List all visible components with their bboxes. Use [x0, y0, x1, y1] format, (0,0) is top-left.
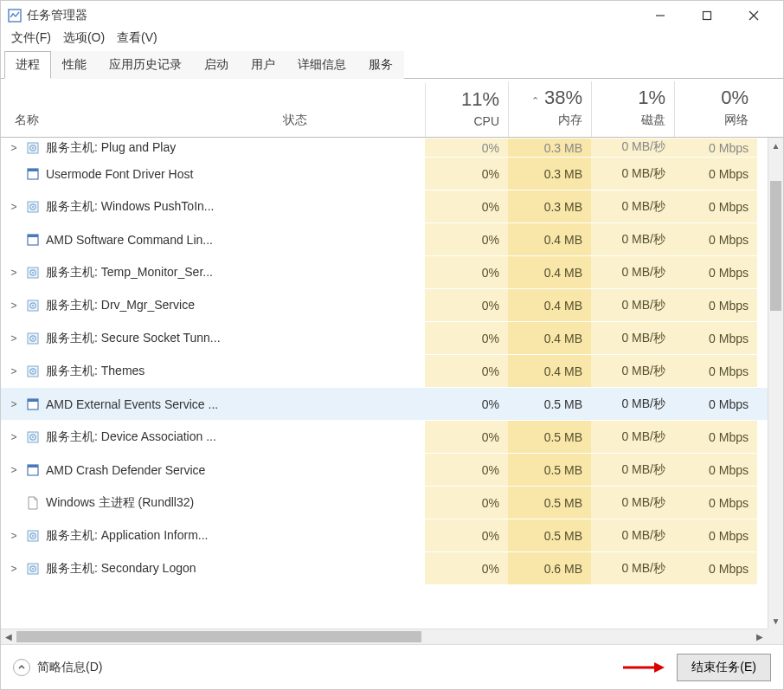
- gear-icon: [25, 429, 41, 445]
- tab-users[interactable]: 用户: [240, 51, 286, 79]
- process-name-cell: AMD Software Command Lin...: [1, 232, 276, 248]
- process-cpu: 0%: [425, 139, 508, 157]
- menu-options[interactable]: 选项(O): [63, 30, 105, 46]
- svg-point-23: [32, 338, 34, 339]
- vertical-scrollbar[interactable]: ▲ ▼: [768, 138, 783, 629]
- expand-toggle[interactable]: >: [8, 464, 20, 476]
- process-cpu: 0%: [425, 322, 508, 354]
- tab-details[interactable]: 详细信息: [286, 51, 357, 79]
- process-row[interactable]: >服务主机: Windows PushToIn...0%0.3 MB0 MB/秒…: [1, 190, 783, 222]
- process-name-cell: Windows 主进程 (Rundll32): [1, 495, 276, 511]
- tab-startup[interactable]: 启动: [193, 51, 240, 79]
- process-net: 0 Mbps: [674, 388, 757, 420]
- process-row[interactable]: >服务主机: Application Inform...0%0.5 MB0 MB…: [1, 519, 783, 551]
- tab-services[interactable]: 服务: [357, 51, 404, 79]
- expand-toggle[interactable]: >: [8, 398, 20, 410]
- process-mem: 0.6 MB: [508, 552, 591, 584]
- menu-file[interactable]: 文件(F): [11, 30, 51, 46]
- process-disk: 0 MB/秒: [591, 190, 674, 222]
- process-mem: 0.5 MB: [508, 421, 591, 453]
- process-name-cell: >服务主机: Themes: [1, 364, 276, 379]
- tab-processes[interactable]: 进程: [4, 51, 51, 79]
- process-name-cell: >服务主机: Device Association ...: [1, 429, 276, 445]
- process-mem: 0.4 MB: [508, 256, 591, 288]
- expand-toggle[interactable]: >: [8, 267, 20, 279]
- column-name-label: 名称: [15, 113, 39, 126]
- end-task-button[interactable]: 结束任务(E): [677, 654, 771, 681]
- collapse-toggle-icon[interactable]: [13, 659, 30, 676]
- process-name-cell: >服务主机: Temp_Monitor_Ser...: [1, 265, 276, 281]
- process-row[interactable]: >AMD External Events Service ...0%0.5 MB…: [1, 387, 783, 420]
- column-network[interactable]: 0% 网络: [674, 81, 757, 137]
- column-disk[interactable]: 1% 磁盘: [591, 81, 674, 137]
- process-row[interactable]: >服务主机: Plug and Play0%0.3 MB0 MB/秒0 Mbps: [1, 138, 783, 157]
- process-row[interactable]: >AMD Crash Defender Service0%0.5 MB0 MB/…: [1, 453, 783, 486]
- expand-toggle[interactable]: >: [8, 300, 20, 312]
- process-disk: 0 MB/秒: [591, 454, 674, 486]
- process-cpu: 0%: [425, 223, 508, 255]
- window-controls: [648, 10, 776, 21]
- process-row[interactable]: AMD Software Command Lin...0%0.4 MB0 MB/…: [1, 222, 783, 255]
- svg-rect-9: [28, 169, 38, 171]
- process-cpu: 0%: [425, 487, 508, 519]
- process-disk: 0 MB/秒: [591, 256, 674, 288]
- process-name-cell: >服务主机: Application Inform...: [1, 528, 276, 544]
- process-name: 服务主机: Application Inform...: [46, 528, 209, 544]
- column-cpu[interactable]: 11% CPU: [425, 83, 508, 137]
- process-row[interactable]: Windows 主进程 (Rundll32)0%0.5 MB0 MB/秒0 Mb…: [1, 486, 783, 519]
- tab-history[interactable]: 应用历史记录: [98, 51, 193, 79]
- scroll-corner: [768, 629, 783, 644]
- column-status-label: 状态: [283, 113, 307, 126]
- process-mem: 0.5 MB: [508, 388, 591, 420]
- process-net: 0 Mbps: [674, 355, 757, 387]
- app-icon: [25, 462, 41, 478]
- process-name: 服务主机: Device Association ...: [46, 429, 216, 445]
- scroll-track-h[interactable]: [16, 629, 752, 644]
- process-name: 服务主机: Temp_Monitor_Ser...: [46, 265, 213, 281]
- close-button[interactable]: [742, 10, 766, 21]
- menu-view[interactable]: 查看(V): [117, 30, 157, 46]
- expand-toggle[interactable]: >: [8, 431, 20, 443]
- process-row[interactable]: >服务主机: Device Association ...0%0.5 MB0 M…: [1, 420, 783, 453]
- process-row[interactable]: >服务主机: Drv_Mgr_Service0%0.4 MB0 MB/秒0 Mb…: [1, 288, 783, 321]
- brief-info-link[interactable]: 简略信息(D): [37, 660, 614, 675]
- column-status[interactable]: 状态: [276, 107, 425, 137]
- process-net: 0 Mbps: [674, 256, 757, 288]
- scroll-left-icon[interactable]: ◀: [1, 629, 16, 644]
- expand-toggle[interactable]: >: [8, 142, 20, 154]
- process-name: Usermode Font Driver Host: [46, 167, 193, 181]
- process-mem: 0.5 MB: [508, 519, 591, 551]
- disk-label: 磁盘: [595, 113, 665, 128]
- expand-toggle[interactable]: >: [8, 563, 20, 575]
- expand-toggle[interactable]: >: [8, 530, 20, 542]
- process-row[interactable]: >服务主机: Temp_Monitor_Ser...0%0.4 MB0 MB/秒…: [1, 255, 783, 288]
- horizontal-scrollbar[interactable]: ◀ ▶: [1, 629, 768, 644]
- scroll-down-icon[interactable]: ▼: [768, 613, 783, 629]
- expand-toggle[interactable]: >: [8, 365, 20, 377]
- process-row[interactable]: Usermode Font Driver Host0%0.3 MB0 MB/秒0…: [1, 157, 783, 190]
- process-row[interactable]: >服务主机: Themes0%0.4 MB0 MB/秒0 Mbps: [1, 354, 783, 387]
- scroll-thumb-h[interactable]: [16, 631, 421, 642]
- process-disk: 0 MB/秒: [591, 388, 674, 420]
- process-row[interactable]: >服务主机: Secure Socket Tunn...0%0.4 MB0 MB…: [1, 321, 783, 354]
- scroll-up-icon[interactable]: ▲: [768, 138, 783, 153]
- minimize-button[interactable]: [648, 10, 672, 21]
- process-net: 0 Mbps: [674, 139, 757, 157]
- expand-toggle[interactable]: >: [8, 201, 20, 213]
- process-mem: 0.5 MB: [508, 487, 591, 519]
- tab-performance[interactable]: 性能: [51, 51, 98, 79]
- column-name[interactable]: 名称: [1, 107, 276, 137]
- process-net: 0 Mbps: [674, 487, 757, 519]
- process-mem: 0.4 MB: [508, 355, 591, 387]
- scroll-thumb[interactable]: [770, 181, 781, 311]
- maximize-button[interactable]: [695, 10, 719, 21]
- process-net: 0 Mbps: [674, 289, 757, 321]
- process-mem: 0.4 MB: [508, 289, 591, 321]
- title-bar: 任务管理器: [1, 1, 783, 29]
- process-row[interactable]: >服务主机: Secondary Logon0%0.6 MB0 MB/秒0 Mb…: [1, 551, 783, 584]
- scroll-track[interactable]: [768, 153, 783, 613]
- expand-toggle[interactable]: >: [8, 332, 20, 345]
- column-memory[interactable]: ⌃ 38% 内存: [508, 81, 591, 137]
- scroll-right-icon[interactable]: ▶: [752, 629, 768, 644]
- gear-icon: [25, 265, 41, 281]
